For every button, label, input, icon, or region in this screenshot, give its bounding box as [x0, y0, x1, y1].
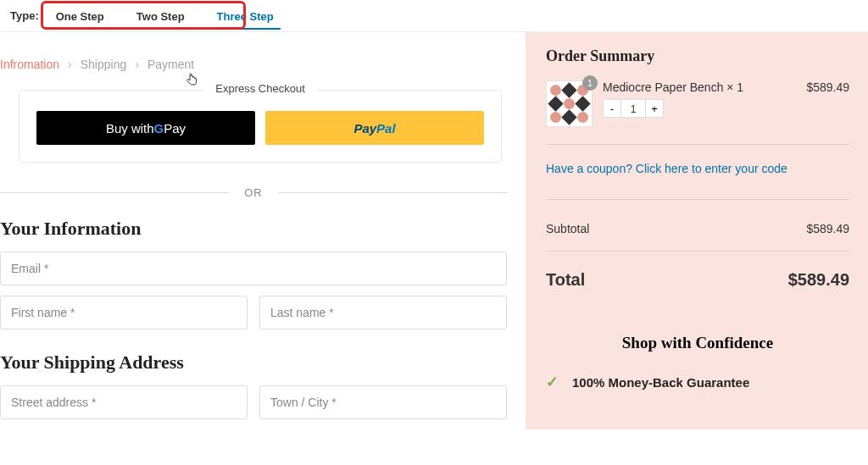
breadcrumb-shipping[interactable]: Shipping	[81, 58, 127, 71]
last-name-field[interactable]	[259, 296, 507, 329]
or-label: OR	[244, 186, 263, 199]
tabs-container: One Step Two Step Three Step	[49, 2, 281, 30]
tab-three-step[interactable]: Three Step	[210, 2, 281, 30]
cursor-pointer-icon	[185, 73, 198, 91]
product-thumbnail: 1	[546, 80, 593, 127]
breadcrumb-payment[interactable]: Payment	[147, 58, 194, 71]
subtotal-row: Subtotal $589.49	[546, 215, 849, 252]
total-row: Total $589.49	[546, 263, 849, 296]
divider-line	[0, 192, 229, 193]
chevron-right-icon: ›	[135, 58, 139, 71]
email-field[interactable]	[0, 252, 507, 285]
quantity-value: 1	[621, 99, 645, 118]
quantity-plus-button[interactable]: +	[645, 99, 664, 118]
subtotal-label: Subtotal	[546, 222, 589, 235]
paypal-pay-text: Pay	[353, 121, 376, 136]
confidence-title: Shop with Confidence	[546, 334, 849, 352]
gpay-prefix: Buy with	[106, 121, 154, 136]
express-checkout-title: Express Checkout	[203, 82, 317, 95]
quantity-badge: 1	[582, 75, 598, 91]
guarantee-item: ✓ 100% Money-Back Guarantee	[546, 373, 849, 391]
breadcrumb-information[interactable]: Infromation	[0, 58, 59, 71]
page-title-shipping: Your Shipping Address	[0, 352, 507, 374]
first-name-field[interactable]	[0, 296, 248, 329]
city-field[interactable]	[259, 385, 507, 419]
confidence-section: Shop with Confidence ✓ 100% Money-Back G…	[546, 334, 849, 391]
order-summary-title: Order Summary	[546, 47, 849, 65]
order-item-row: 1 Mediocre Paper Bench × 1 - 1 + $589.49	[546, 80, 849, 145]
divider-or: OR	[0, 186, 507, 199]
chevron-right-icon: ›	[68, 58, 72, 71]
divider-line	[278, 192, 507, 193]
gpay-suffix: Pay	[164, 121, 186, 136]
checkout-form: Infromation › Shipping › Payment Express…	[0, 32, 526, 429]
total-label: Total	[546, 270, 585, 290]
type-label: Type:	[10, 9, 39, 22]
paypal-pal-text: Pal	[376, 121, 396, 136]
google-pay-button[interactable]: Buy with G Pay	[36, 111, 255, 145]
total-value: $589.49	[788, 270, 849, 290]
quantity-minus-button[interactable]: -	[603, 99, 621, 118]
product-name: Mediocre Paper Bench × 1	[603, 80, 796, 94]
type-tabs-bar: Type: One Step Two Step Three Step	[0, 0, 868, 32]
google-icon: G	[154, 121, 164, 136]
breadcrumb: Infromation › Shipping › Payment	[0, 58, 507, 71]
order-summary-panel: Order Summary 1 Mediocre Paper Bench × 1…	[526, 32, 868, 429]
tab-one-step[interactable]: One Step	[49, 2, 111, 30]
checkmark-icon: ✓	[546, 373, 559, 391]
quantity-stepper: - 1 +	[603, 99, 796, 118]
express-checkout-box: Express Checkout Buy with G Pay PayPal	[19, 90, 502, 163]
paypal-button[interactable]: PayPal	[265, 111, 484, 145]
tab-two-step[interactable]: Two Step	[130, 2, 192, 30]
street-address-field[interactable]	[0, 385, 248, 419]
subtotal-value: $589.49	[806, 222, 849, 235]
guarantee-text: 100% Money-Back Guarantee	[572, 375, 749, 390]
coupon-link[interactable]: Have a coupon? Click here to enter your …	[546, 162, 849, 200]
page-title-information: Your Information	[0, 218, 507, 240]
product-price: $589.49	[806, 80, 849, 127]
